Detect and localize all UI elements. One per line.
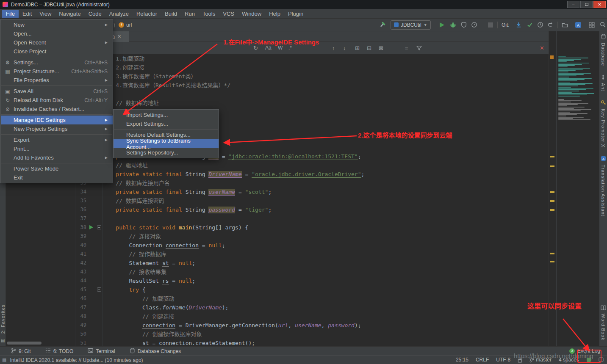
code-line[interactable]: 49 connection = DriverManager.getConnect…	[75, 321, 549, 330]
close-search-icon[interactable]: ✕	[540, 45, 544, 51]
menu-view[interactable]: View	[36, 10, 55, 18]
coverage-shield-icon[interactable]	[460, 21, 468, 29]
breadcrumb-item[interactable]: url	[126, 22, 132, 28]
menu-tools[interactable]: Tools	[199, 10, 219, 18]
search-options-icon[interactable]: ≡	[405, 45, 408, 51]
horizontal-scrollbar[interactable]	[7, 342, 42, 345]
search-everywhere-icon[interactable]	[599, 21, 607, 29]
menu-file[interactable]: File	[2, 10, 19, 18]
next-occurrence-icon[interactable]: ↓	[343, 45, 346, 51]
code-line[interactable]: 51 st = connection.createStatement();	[75, 339, 549, 346]
file-menu-item-new-projects-settings[interactable]: New Projects Settings▶	[1, 124, 113, 133]
menu-navigate[interactable]: Navigate	[55, 10, 84, 18]
history-clock-icon[interactable]	[536, 21, 544, 29]
menu-run[interactable]: Run	[181, 10, 199, 18]
code-line[interactable]: 48 // 创建连接	[75, 312, 549, 321]
previous-occurrence-icon[interactable]: ↑	[332, 45, 335, 51]
code-line[interactable]: 41 // 操作数据库	[75, 250, 549, 259]
menu-vcs[interactable]: VCS	[219, 10, 238, 18]
menu-edit[interactable]: Edit	[19, 10, 36, 18]
exclude-icon[interactable]: ⊠	[379, 45, 383, 51]
file-menu-item-file-properties[interactable]: File Properties▶	[1, 76, 113, 85]
tab-close-icon[interactable]: ✕	[117, 34, 121, 39]
code-line[interactable]: 34 private static final String userName …	[75, 188, 549, 196]
fold-icon[interactable]: −	[97, 287, 101, 292]
code-line[interactable]: 45− try {	[75, 285, 549, 294]
error-stripe[interactable]	[549, 31, 556, 346]
file-menu-item-add-to-favorites[interactable]: Add to Favorites▶	[1, 153, 113, 162]
select-all-occurrences-icon[interactable]: ⊞	[355, 45, 360, 51]
code-line[interactable]: 50 // 创建操作数据库对象	[75, 330, 549, 339]
menu-plugin[interactable]: Plugin	[284, 10, 307, 18]
tool-button-6-todo[interactable]: 6: TODO	[45, 348, 74, 354]
menu-refactor[interactable]: Refactor	[133, 10, 161, 18]
code-line[interactable]: 21 3.操作数据库（Statement类）	[75, 72, 549, 81]
maximize-button[interactable]	[580, 1, 593, 8]
inspection-status-icon[interactable]	[550, 55, 554, 59]
code-line[interactable]: 23	[75, 90, 549, 99]
file-menu-item-settings[interactable]: ⚙Settings...Ctrl+Alt+S	[1, 58, 113, 67]
file-menu-item-open[interactable]: Open...	[1, 29, 113, 38]
tool-button-terminal[interactable]: Terminal	[88, 348, 115, 354]
profiler-gauge-icon[interactable]	[470, 21, 478, 29]
submenu-item-import-settings[interactable]: Import Settings...	[114, 110, 219, 119]
stripe-warning-mark[interactable]	[550, 253, 554, 254]
file-menu-item-print[interactable]: Print...	[1, 144, 113, 153]
file-menu-item-exit[interactable]: Exit	[1, 173, 113, 182]
code-area[interactable]: 19 1.加载驱动20 2.创建连接21 3.操作数据库（Statement类）…	[75, 54, 549, 346]
code-line[interactable]: 42 Statement st = null;	[75, 259, 549, 267]
tool-button-favorites[interactable]: 2: Favorites	[0, 304, 6, 334]
minimap-panel[interactable]	[556, 31, 599, 346]
code-line[interactable]: 37	[75, 214, 549, 223]
code-line[interactable]: 40 Connection connection = null;	[75, 241, 549, 250]
file-menu-item-export[interactable]: Export▶	[1, 135, 113, 144]
file-menu-item-reload-all-from-disk[interactable]: ↻Reload All from DiskCtrl+Alt+Y	[1, 96, 113, 105]
menu-code[interactable]: Code	[85, 10, 105, 18]
run-button[interactable]	[440, 22, 444, 28]
minimize-button[interactable]: –	[567, 1, 579, 8]
code-line[interactable]: 35 // 数据库连接密码	[75, 196, 549, 205]
tool-button-database-changes[interactable]: Database Changes	[130, 348, 181, 355]
tool-button-word-book[interactable]: Word Book	[601, 305, 606, 340]
file-menu-item-close-project[interactable]: Close Project	[1, 47, 113, 56]
grid-icon[interactable]	[588, 21, 596, 29]
code-line[interactable]: 22 4.查询数据库（ResultSet类接收结果集）*/	[75, 81, 549, 90]
code-line[interactable]: 20 2.创建连接	[75, 63, 549, 72]
submenu-item-export-settings[interactable]: Export Settings...	[114, 119, 219, 128]
tool-button-translation-assistant[interactable]: ATranslation Assistant	[601, 156, 606, 216]
file-menu-item-open-recent[interactable]: Open Recent▶	[1, 38, 113, 47]
run-line-icon[interactable]	[89, 225, 93, 229]
code-line[interactable]: 32 private static final String DriverNam…	[75, 170, 549, 179]
toolwindow-switcher-icon[interactable]: ▦	[2, 357, 6, 363]
encoding[interactable]: UTF-8	[496, 357, 510, 363]
build-hammer-icon[interactable]	[378, 21, 386, 29]
code-line[interactable]: 39 // 连接对象	[75, 232, 549, 241]
code-line[interactable]: 43 // 接收结果集	[75, 267, 549, 276]
folder-icon[interactable]	[561, 21, 568, 29]
file-menu-item-invalidate-caches-restart[interactable]: ⊘Invalidate Caches / Restart...	[1, 105, 113, 113]
menu-build[interactable]: Build	[161, 10, 181, 18]
close-button[interactable]: ✕	[593, 1, 606, 8]
revert-icon[interactable]	[546, 21, 554, 29]
stripe-warning-mark[interactable]	[550, 191, 554, 193]
git-commit-check-icon[interactable]	[526, 21, 533, 29]
stripe-warning-mark[interactable]	[550, 165, 554, 167]
code-line[interactable]: 38− public static void main(String[] arg…	[75, 223, 549, 232]
file-menu-item-save-all[interactable]: ▣Save AllCtrl+S	[1, 87, 113, 96]
file-menu-item-project-structure[interactable]: ▦Project Structure...Ctrl+Alt+Shift+S	[1, 67, 113, 76]
file-menu-item-power-save-mode[interactable]: Power Save Mode	[1, 164, 113, 173]
tool-button-key-promoter-x[interactable]: Key Promoter X	[601, 100, 606, 148]
stripe-warning-mark[interactable]	[550, 200, 554, 202]
code-line[interactable]: 44 ResultSet rs = null;	[75, 276, 549, 285]
code-line[interactable]: 24 // 数据库的地址	[75, 99, 549, 108]
tool-button-database[interactable]: Database	[601, 34, 606, 66]
add-selection-icon[interactable]: ⊟	[367, 45, 371, 51]
submenu-item-sync-settings-to-jetbrains-account[interactable]: Sync Settings to JetBrains Account...	[114, 139, 219, 148]
code-line[interactable]: 47 Class.forName(DriverName);	[75, 303, 549, 312]
filter-funnel-icon[interactable]	[415, 44, 423, 52]
stripe-warning-mark[interactable]	[550, 261, 554, 262]
file-menu-item-new[interactable]: New▶	[1, 20, 113, 29]
menu-analyze[interactable]: Analyze	[105, 10, 133, 18]
tool-button-9-git[interactable]: 9: Git	[11, 348, 31, 355]
code-line[interactable]: 46 // 加载驱动	[75, 294, 549, 303]
